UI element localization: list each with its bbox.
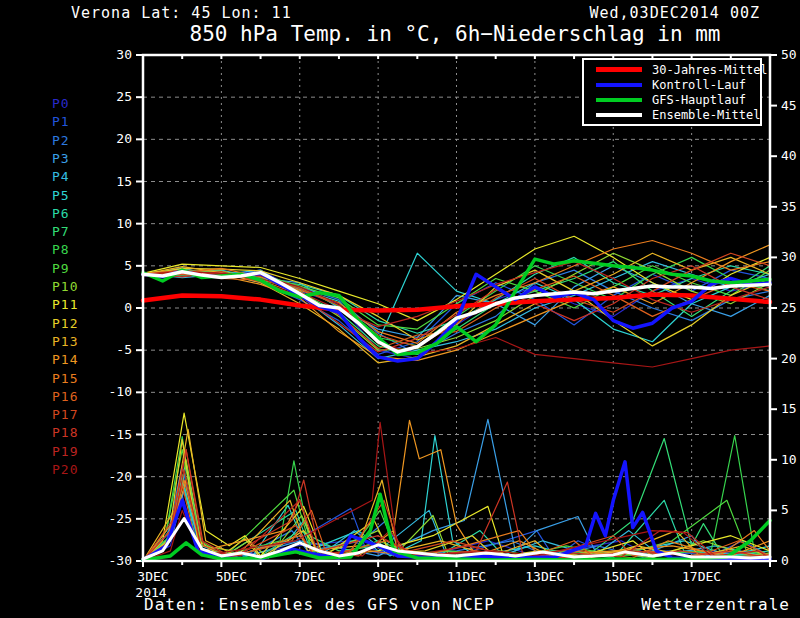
date-axis-label: 3DEC xyxy=(137,569,168,584)
member-label-P4: P4 xyxy=(52,169,70,184)
precip-axis-label: 5 xyxy=(781,502,789,517)
date-axis-label: 7DEC xyxy=(294,569,325,584)
temp-axis-label: 20 xyxy=(116,131,132,146)
legend-row: GFS-Hauptlauf xyxy=(584,93,760,107)
member-label-P14: P14 xyxy=(52,352,78,367)
data-source-label: Daten: Ensembles des GFS von NCEP xyxy=(144,595,495,614)
precip-axis-label: 50 xyxy=(781,47,797,62)
date-axis-label: 17DEC xyxy=(682,569,721,584)
temp-axis-label: -25 xyxy=(109,511,132,526)
temp-axis-label: 0 xyxy=(124,300,132,315)
member-label-P7: P7 xyxy=(52,224,70,239)
member-label-P3: P3 xyxy=(52,151,70,166)
member-label-P18: P18 xyxy=(52,425,78,440)
legend-line-swatch xyxy=(596,113,642,117)
member-label-P8: P8 xyxy=(52,242,70,257)
member-label-P20: P20 xyxy=(52,462,78,477)
temp-axis-label: -30 xyxy=(109,553,132,568)
precip-axis-label: 40 xyxy=(781,148,797,163)
legend-label: GFS-Hauptlauf xyxy=(652,93,746,107)
member-label-P15: P15 xyxy=(52,371,78,386)
temp-axis-label: 30 xyxy=(116,47,132,62)
member-label-P17: P17 xyxy=(52,407,78,422)
legend-line-swatch xyxy=(596,98,642,102)
date-axis-label: 15DEC xyxy=(604,569,643,584)
member-label-P2: P2 xyxy=(52,133,70,148)
member-label-P11: P11 xyxy=(52,297,78,312)
precip-axis-label: 25 xyxy=(781,300,797,315)
member-label-P12: P12 xyxy=(52,316,78,331)
legend-row: Ensemble-Mittel xyxy=(584,108,760,122)
member-label-P13: P13 xyxy=(52,334,78,349)
member-label-P0: P0 xyxy=(52,96,70,111)
precip-axis-label: 0 xyxy=(781,553,789,568)
precip-axis-label: 15 xyxy=(781,401,797,416)
legend-label: 30-Jahres-Mittel xyxy=(652,63,768,77)
legend-row: Kontroll-Lauf xyxy=(584,78,760,92)
brand-label: Wetterzentrale xyxy=(641,595,790,614)
member-label-P5: P5 xyxy=(52,188,70,203)
precip-axis-label: 45 xyxy=(781,98,797,113)
legend-row: 30-Jahres-Mittel xyxy=(584,63,760,77)
legend-label: Kontroll-Lauf xyxy=(652,78,746,92)
date-axis-label: 11DEC xyxy=(447,569,486,584)
member-precip-line-P14 xyxy=(143,420,770,561)
member-label-P16: P16 xyxy=(52,389,78,404)
precip-axis-label: 30 xyxy=(781,249,797,264)
meteogram-page: Verona Lat: 45 Lon: 11 Wed,03DEC2014 00Z… xyxy=(0,0,800,618)
temp-axis-label: 5 xyxy=(124,258,132,273)
temp-axis-label: -5 xyxy=(116,342,132,357)
temp-axis-label: -10 xyxy=(109,384,132,399)
member-label-P1: P1 xyxy=(52,114,70,129)
temp-axis-label: 15 xyxy=(116,174,132,189)
legend-label: Ensemble-Mittel xyxy=(652,108,760,122)
precip-axis-label: 35 xyxy=(781,199,797,214)
precip-axis-label: 20 xyxy=(781,351,797,366)
date-axis-label: 5DEC xyxy=(216,569,247,584)
legend-line-swatch xyxy=(596,83,642,87)
member-label-P19: P19 xyxy=(52,444,78,459)
member-label-P9: P9 xyxy=(52,261,70,276)
precip-axis-label: 10 xyxy=(781,452,797,467)
date-axis-label: 13DEC xyxy=(525,569,564,584)
legend-line-swatch xyxy=(596,67,642,72)
member-label-P6: P6 xyxy=(52,206,70,221)
temp-axis-label: 10 xyxy=(116,216,132,231)
date-axis-label: 9DEC xyxy=(372,569,403,584)
member-label-P10: P10 xyxy=(52,279,78,294)
temp-axis-label: -15 xyxy=(109,427,132,442)
temp-axis-label: -20 xyxy=(109,469,132,484)
temp-axis-label: 25 xyxy=(116,89,132,104)
legend-box: 30-Jahres-MittelKontroll-LaufGFS-Hauptla… xyxy=(582,58,762,126)
